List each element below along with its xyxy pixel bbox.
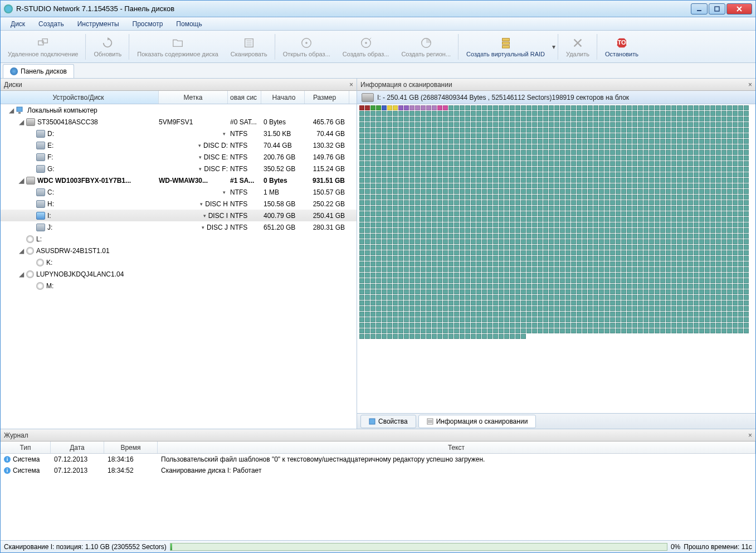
disk-row[interactable]: K: xyxy=(1,256,357,268)
show-content-button[interactable]: Показать содержимое диска xyxy=(131,31,225,62)
expand-icon[interactable]: ◢ xyxy=(18,177,25,183)
scan-block xyxy=(409,317,414,322)
menu-disk[interactable]: Диск xyxy=(5,18,31,30)
scan-block xyxy=(415,183,420,188)
expand-icon[interactable]: ◢ xyxy=(18,248,25,254)
label-dropdown-icon[interactable]: ▾ xyxy=(203,213,206,219)
tab-disk-panel[interactable]: Панель дисков xyxy=(3,64,74,78)
scan-block xyxy=(526,211,531,216)
disk-row[interactable]: C:▾NTFS1 MB150.57 GB xyxy=(1,186,357,198)
scan-block xyxy=(610,228,615,233)
menu-create[interactable]: Создать xyxy=(33,18,70,30)
menu-view[interactable]: Просмотр xyxy=(127,18,169,30)
expand-icon[interactable]: ◢ xyxy=(18,119,25,125)
col-device[interactable]: Устройство/Диск xyxy=(1,91,159,104)
scan-block xyxy=(454,200,459,205)
scan-block-map[interactable] xyxy=(357,104,755,413)
scan-block xyxy=(409,261,414,266)
scan-block xyxy=(554,133,559,138)
scan-block xyxy=(476,222,481,227)
scan-block xyxy=(593,144,598,149)
disk-row[interactable]: I:▾DISC INTFS400.79 GB250.41 GB xyxy=(1,210,357,221)
menu-help[interactable]: Помощь xyxy=(170,18,207,30)
refresh-button[interactable]: Обновить xyxy=(87,31,128,62)
log-row[interactable]: iСистема07.12.201318:34:52Сканирование д… xyxy=(1,465,755,476)
col-start[interactable]: Начало xyxy=(261,91,305,104)
label-dropdown-icon[interactable]: ▾ xyxy=(198,143,201,148)
disk-row[interactable]: L: xyxy=(1,233,357,245)
scan-block xyxy=(588,300,593,305)
log-row[interactable]: iСистема07.12.201318:34:16Пользовательск… xyxy=(1,454,755,465)
disk-row[interactable]: E:▾DISC D:NTFS70.44 GB130.32 GB xyxy=(1,139,357,151)
scan-block xyxy=(688,178,693,183)
scan-block xyxy=(688,284,693,289)
disk-row[interactable]: ◢LUPYNOBJKDQJ4LANC1.04 xyxy=(1,268,357,280)
log-col-date[interactable]: Дата xyxy=(51,442,104,453)
stop-button[interactable]: STOPОстановить xyxy=(599,31,645,62)
maximize-button[interactable] xyxy=(709,3,725,14)
disks-panel-close-icon[interactable]: × xyxy=(349,81,353,89)
create-region-button[interactable]: Создать регион... xyxy=(395,31,457,62)
menu-tools[interactable]: Инструменты xyxy=(72,18,125,30)
scan-block xyxy=(688,239,693,244)
open-image-button[interactable]: Открыть образ... xyxy=(277,31,336,62)
scan-block xyxy=(593,278,598,283)
label-dropdown-icon[interactable]: ▾ xyxy=(202,225,204,230)
scan-block xyxy=(627,211,632,216)
scan-block xyxy=(660,278,665,283)
log-col-time[interactable]: Время xyxy=(104,442,158,453)
tab-properties[interactable]: Свойства xyxy=(360,415,416,428)
expand-icon[interactable]: ◢ xyxy=(18,271,25,277)
remote-connect-button[interactable]: Удаленное подключение xyxy=(2,31,84,62)
disk-row[interactable]: ◢WDC WD1003FBYX-01Y7B1...WD-WMAW30...#1 … xyxy=(1,174,357,186)
label-dropdown-icon[interactable]: ▾ xyxy=(223,190,226,195)
disk-row[interactable]: ◢Локальный компьютер xyxy=(1,104,357,116)
scan-block xyxy=(393,334,398,339)
scan-block xyxy=(365,200,370,205)
disk-row[interactable]: G:▾DISC F:NTFS350.52 GB115.24 GB xyxy=(1,163,357,174)
disk-row[interactable]: D:▾NTFS31.50 KB70.44 GB xyxy=(1,128,357,139)
log-time: 18:34:52 xyxy=(104,467,158,474)
col-bus[interactable]: овая сис xyxy=(228,91,261,104)
scan-block xyxy=(409,105,414,110)
disk-row[interactable]: F:▾DISC E:NTFS200.76 GB149.76 GB xyxy=(1,151,357,163)
log-col-type[interactable]: Тип xyxy=(1,442,51,453)
label-dropdown-icon[interactable]: ▾ xyxy=(199,166,202,172)
label-dropdown-icon[interactable]: ▾ xyxy=(199,154,202,160)
disk-row[interactable]: ◢ST3500418ASCC385VM9FSV1#0 SAT...0 Bytes… xyxy=(1,116,357,128)
expand-icon[interactable]: ◢ xyxy=(8,107,14,113)
virtual-raid-dropdown[interactable]: ▾ xyxy=(551,43,557,51)
scan-block xyxy=(638,211,643,216)
label-dropdown-icon[interactable]: ▾ xyxy=(223,131,226,137)
disk-row[interactable]: M: xyxy=(1,280,357,292)
scan-block xyxy=(588,128,593,133)
col-label[interactable]: Метка xyxy=(159,91,228,104)
scan-block xyxy=(571,128,576,133)
scan-block xyxy=(705,284,710,289)
scan-block xyxy=(415,317,420,322)
scan-block xyxy=(699,161,704,166)
disk-row[interactable]: ◢ASUSDRW-24B1ST1.01 xyxy=(1,245,357,256)
scan-block xyxy=(694,228,699,233)
scan-block xyxy=(515,300,520,305)
delete-button[interactable]: Удалить xyxy=(560,31,596,62)
log-panel-close-icon[interactable]: × xyxy=(748,431,752,439)
create-image-button[interactable]: Создать образ... xyxy=(336,31,396,62)
scan-block xyxy=(560,206,565,211)
close-button[interactable] xyxy=(726,3,752,14)
label-dropdown-icon[interactable]: ▾ xyxy=(200,201,203,207)
scan-block xyxy=(738,122,743,127)
log-col-text[interactable]: Текст xyxy=(158,442,755,453)
scan-block xyxy=(593,250,598,255)
disk-row[interactable]: J:▾DISC JNTFS651.20 GB280.31 GB xyxy=(1,221,357,233)
tab-scan-info[interactable]: Информация о сканировании xyxy=(418,415,536,428)
col-size[interactable]: Размер xyxy=(305,91,349,104)
scan-block xyxy=(621,245,626,250)
disk-row[interactable]: H:▾DISC HNTFS150.58 GB250.22 GB xyxy=(1,198,357,210)
scan-button[interactable]: Сканировать xyxy=(225,31,274,62)
minimize-button[interactable] xyxy=(691,3,708,14)
scan-block xyxy=(599,222,604,227)
virtual-raid-button[interactable]: Создать виртуальный RAID xyxy=(460,31,551,62)
scan-panel-close-icon[interactable]: × xyxy=(748,81,752,89)
scan-block xyxy=(510,306,515,311)
